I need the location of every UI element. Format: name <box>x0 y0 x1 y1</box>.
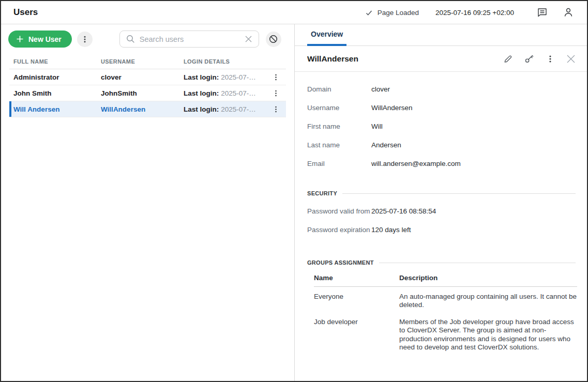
comment-icon <box>537 7 548 18</box>
field-label: Password valid from <box>307 207 371 215</box>
list-actions-menu-button[interactable] <box>77 32 93 47</box>
users-table: FULL NAME USERNAME LOGIN DETAILS Adminis… <box>9 54 286 117</box>
detail-actions <box>503 54 576 64</box>
security-fields: Password valid from 2025-07-16 08:58:54 … <box>307 202 576 239</box>
field-last-name: Last name Andersen <box>307 135 576 154</box>
kebab-icon <box>546 55 554 63</box>
groups-section-header: GROUPS ASSIGNMENT <box>307 259 576 266</box>
group-name: Job developer <box>314 318 399 352</box>
last-login-value: 2025-07-… <box>221 89 256 97</box>
key-icon <box>524 54 534 64</box>
page-status-label: Page Loaded <box>378 9 419 17</box>
column-header-login-details: LOGIN DETAILS <box>184 58 264 65</box>
search-input[interactable] <box>140 35 240 43</box>
cell-full-name: Will Andersen <box>13 105 101 113</box>
field-label: Last name <box>307 141 371 149</box>
field-value: Andersen <box>371 141 401 149</box>
field-label: Email <box>307 160 371 167</box>
new-user-label: New User <box>28 35 62 43</box>
last-login-value: 2025-07-… <box>221 73 256 81</box>
column-header-username: USERNAME <box>101 58 184 65</box>
clear-icon <box>245 35 252 43</box>
table-row-will-andersen[interactable]: Will Andersen WillAndersen Last login:20… <box>9 101 286 117</box>
column-header-name: Name <box>314 274 399 282</box>
change-password-button[interactable] <box>524 54 534 64</box>
field-password-expiration: Password expiration 120 days left <box>307 220 576 239</box>
page-status: Page Loaded <box>365 9 419 17</box>
column-header-description: Description <box>399 274 577 282</box>
groups-table: Name Description Everyone An auto-manage… <box>314 274 577 355</box>
section-divider <box>342 193 576 194</box>
field-domain: Domain clover <box>307 80 576 98</box>
field-label: Username <box>307 104 371 112</box>
cell-login-details: Last login:2025-07-… <box>184 105 264 113</box>
detail-title: WillAndersen <box>307 54 358 64</box>
table-row-administrator[interactable]: Administrator clover Last login:2025-07-… <box>9 69 286 85</box>
kebab-icon <box>272 73 280 81</box>
last-login-label: Last login: <box>184 89 219 97</box>
cell-full-name: John Smith <box>13 89 101 97</box>
feedback-button[interactable] <box>537 7 548 18</box>
kebab-icon <box>272 105 280 113</box>
field-first-name: First name Will <box>307 117 576 135</box>
main-content: New User <box>1 24 587 381</box>
field-value: will.andersen@example.com <box>371 160 461 167</box>
user-icon <box>563 7 574 18</box>
last-login-label: Last login: <box>184 73 219 81</box>
users-admin-window: Users Page Loaded 2025-07-16 09:25 +02:0… <box>0 0 588 382</box>
security-heading: SECURITY <box>307 190 337 196</box>
field-value: Will <box>371 123 383 130</box>
users-toolbar: New User <box>1 24 294 54</box>
clear-search-button[interactable] <box>245 35 252 43</box>
close-detail-button[interactable] <box>566 54 576 64</box>
search-icon <box>126 35 135 43</box>
plus-icon <box>16 35 24 43</box>
group-row-everyone: Everyone An auto-managed group containin… <box>314 287 577 312</box>
row-menu-button[interactable] <box>270 88 281 98</box>
kebab-icon <box>81 35 89 43</box>
field-label: Password expiration <box>307 226 371 234</box>
detail-menu-button[interactable] <box>546 55 554 63</box>
row-menu-button[interactable] <box>270 104 281 114</box>
group-name: Everyone <box>314 293 399 310</box>
new-user-button[interactable]: New User <box>8 30 72 48</box>
field-username: Username WillAndersen <box>307 98 576 117</box>
close-icon <box>566 54 576 64</box>
block-icon <box>269 35 278 43</box>
tab-overview[interactable]: Overview <box>307 24 346 46</box>
user-detail-panel: Overview WillAndersen <box>295 24 587 381</box>
field-email: Email will.andersen@example.com <box>307 154 576 173</box>
field-value: WillAndersen <box>371 104 413 112</box>
groups-heading: GROUPS ASSIGNMENT <box>307 259 374 266</box>
column-header-full-name: FULL NAME <box>13 58 101 65</box>
last-login-label: Last login: <box>184 105 219 113</box>
cell-full-name: Administrator <box>13 73 101 81</box>
cell-login-details: Last login:2025-07-… <box>184 73 264 81</box>
pencil-icon <box>503 54 512 64</box>
topbar: Users Page Loaded 2025-07-16 09:25 +02:0… <box>1 1 587 24</box>
detail-header: WillAndersen <box>295 46 587 72</box>
cell-login-details: Last login:2025-07-… <box>184 89 264 97</box>
users-list-panel: New User <box>1 24 295 381</box>
users-table-header: FULL NAME USERNAME LOGIN DETAILS <box>9 54 286 69</box>
field-value: 120 days left <box>371 226 411 234</box>
kebab-icon <box>272 89 280 97</box>
edit-user-button[interactable] <box>503 54 512 64</box>
disable-user-button[interactable] <box>266 32 281 47</box>
table-row-john-smith[interactable]: John Smith JohnSmith Last login:2025-07-… <box>9 85 286 101</box>
group-description: Members of the Job developer group have … <box>399 318 577 352</box>
detail-tabbar: Overview <box>295 24 587 46</box>
groups-table-header: Name Description <box>314 274 577 287</box>
cell-username: clover <box>101 73 184 81</box>
account-button[interactable] <box>563 7 574 18</box>
field-value: 2025-07-16 08:58:54 <box>371 207 436 215</box>
field-label: Domain <box>307 85 371 93</box>
cell-username: JohnSmith <box>101 89 184 97</box>
detail-body: Domain clover Username WillAndersen Firs… <box>295 72 587 355</box>
field-label: First name <box>307 123 371 130</box>
cell-username: WillAndersen <box>101 105 184 113</box>
group-description: An auto-managed group containing all use… <box>399 293 577 310</box>
row-menu-button[interactable] <box>270 72 281 82</box>
page-title: Users <box>13 7 38 18</box>
group-row-job-developer: Job developer Members of the Job develop… <box>314 312 577 355</box>
